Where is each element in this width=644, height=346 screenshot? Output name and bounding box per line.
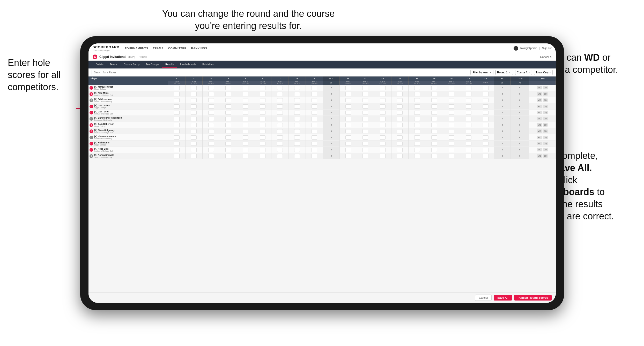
score-input-h9-p9[interactable] (312, 142, 317, 146)
score-hole-4-player-6[interactable] (220, 122, 237, 128)
score-hole-15-player-9[interactable] (426, 141, 443, 147)
score-hole-18-player-8[interactable] (477, 134, 494, 141)
score-hole-17-player-5[interactable] (460, 116, 477, 122)
score-input-h12-p11[interactable] (380, 154, 386, 158)
score-hole-9-player-8[interactable] (306, 134, 323, 141)
score-hole-12-player-1[interactable] (374, 91, 391, 97)
score-hole-13-player-0[interactable] (391, 85, 409, 91)
score-input-h10-p3[interactable] (345, 104, 351, 109)
score-hole-5-player-6[interactable] (237, 122, 254, 128)
score-input-h17-p3[interactable] (466, 104, 471, 109)
tab-leaderboards[interactable]: Leaderboards (177, 61, 199, 68)
score-input-h14-p7[interactable] (414, 129, 420, 133)
score-hole-9-player-9[interactable] (306, 141, 323, 147)
nav-committee[interactable]: COMMITTEE (168, 47, 187, 50)
wd-button-2[interactable]: WD (537, 98, 542, 102)
score-hole-7-player-6[interactable] (271, 122, 289, 128)
score-input-h9-p5[interactable] (312, 117, 317, 121)
score-hole-14-player-1[interactable] (409, 91, 426, 97)
score-input-h18-p5[interactable] (483, 117, 488, 121)
score-input-h2-p9[interactable] (191, 142, 197, 146)
score-hole-16-player-2[interactable] (443, 97, 460, 103)
score-hole-11-player-6[interactable] (357, 122, 374, 128)
score-input-h16-p6[interactable] (449, 123, 454, 127)
score-input-h6-p5[interactable] (260, 117, 265, 121)
score-input-h10-p2[interactable] (345, 98, 351, 102)
score-hole-16-player-1[interactable] (443, 91, 460, 97)
score-hole-12-player-0[interactable] (374, 85, 391, 91)
score-input-h11-p11[interactable] (362, 154, 368, 158)
score-hole-4-player-0[interactable] (220, 85, 237, 91)
score-input-h14-p0[interactable] (414, 86, 420, 90)
score-hole-14-player-9[interactable] (409, 141, 426, 147)
score-hole-17-player-3[interactable] (460, 103, 477, 110)
score-hole-14-player-0[interactable] (409, 85, 426, 91)
score-hole-11-player-0[interactable] (357, 85, 374, 91)
score-hole-1-player-11[interactable] (168, 153, 186, 159)
score-hole-14-player-3[interactable] (409, 103, 426, 110)
score-hole-15-player-4[interactable] (426, 110, 443, 116)
score-input-h12-p9[interactable] (380, 142, 386, 146)
score-hole-5-player-8[interactable] (237, 134, 254, 141)
score-hole-12-player-2[interactable] (374, 97, 391, 103)
score-hole-11-player-9[interactable] (357, 141, 374, 147)
score-input-h7-p1[interactable] (277, 92, 283, 96)
score-input-h2-p2[interactable] (191, 98, 197, 102)
score-input-h12-p8[interactable] (380, 135, 386, 140)
score-hole-11-player-7[interactable] (357, 128, 374, 134)
score-hole-15-player-10[interactable] (426, 147, 443, 153)
score-hole-8-player-6[interactable] (288, 122, 306, 128)
score-hole-1-player-2[interactable] (168, 97, 186, 103)
score-hole-6-player-7[interactable] (254, 128, 271, 134)
score-input-h16-p7[interactable] (449, 129, 454, 133)
score-hole-13-player-3[interactable] (391, 103, 409, 110)
score-input-h13-p6[interactable] (397, 123, 403, 127)
score-input-h7-p7[interactable] (277, 129, 283, 133)
score-hole-16-player-10[interactable] (443, 147, 460, 153)
score-hole-11-player-11[interactable] (357, 153, 374, 159)
tab-results[interactable]: Results (162, 61, 177, 68)
score-input-h17-p1[interactable] (466, 92, 471, 96)
score-input-h2-p11[interactable] (191, 154, 197, 158)
score-hole-3-player-5[interactable] (203, 116, 220, 122)
score-hole-8-player-7[interactable] (288, 128, 306, 134)
dq-button-11[interactable]: DQ (543, 154, 548, 158)
score-input-h5-p1[interactable] (243, 92, 248, 96)
score-hole-3-player-0[interactable] (203, 85, 220, 91)
score-input-h10-p1[interactable] (345, 92, 351, 96)
score-input-h17-p5[interactable] (466, 117, 471, 121)
score-hole-6-player-3[interactable] (254, 103, 271, 110)
score-input-h11-p4[interactable] (362, 111, 368, 115)
score-hole-12-player-11[interactable] (374, 153, 391, 159)
score-input-h5-p10[interactable] (243, 148, 248, 152)
score-hole-2-player-1[interactable] (185, 91, 203, 97)
score-hole-15-player-6[interactable] (426, 122, 443, 128)
score-hole-7-player-5[interactable] (271, 116, 289, 122)
score-input-h10-p0[interactable] (345, 86, 351, 90)
score-hole-9-player-4[interactable] (306, 110, 323, 116)
score-hole-16-player-11[interactable] (443, 153, 460, 159)
score-hole-2-player-2[interactable] (185, 97, 203, 103)
score-hole-2-player-7[interactable] (185, 128, 203, 134)
score-hole-2-player-3[interactable] (185, 103, 203, 110)
score-hole-8-player-1[interactable] (288, 91, 306, 97)
score-hole-1-player-8[interactable] (168, 134, 186, 141)
score-hole-18-player-3[interactable] (477, 103, 494, 110)
score-hole-2-player-6[interactable] (185, 122, 203, 128)
score-input-h8-p0[interactable] (294, 86, 300, 90)
score-input-h7-p0[interactable] (277, 86, 283, 90)
score-input-h6-p7[interactable] (260, 129, 265, 133)
score-input-h7-p6[interactable] (277, 123, 283, 127)
score-hole-9-player-3[interactable] (306, 103, 323, 110)
score-input-h3-p10[interactable] (208, 148, 214, 152)
wd-button-8[interactable]: WD (537, 136, 542, 139)
score-input-h14-p2[interactable] (414, 98, 420, 102)
score-input-h18-p3[interactable] (483, 104, 488, 109)
score-input-h11-p0[interactable] (362, 86, 368, 90)
score-hole-18-player-4[interactable] (477, 110, 494, 116)
score-hole-6-player-4[interactable] (254, 110, 271, 116)
score-input-h2-p7[interactable] (191, 129, 197, 133)
score-input-h1-p9[interactable] (174, 142, 180, 146)
score-hole-10-player-10[interactable] (340, 147, 357, 153)
score-hole-10-player-4[interactable] (340, 110, 357, 116)
